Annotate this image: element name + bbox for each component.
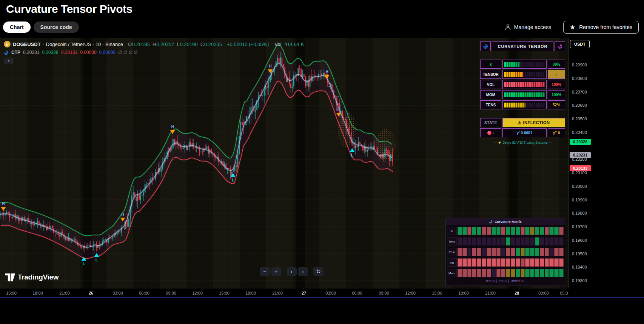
ohlc-value: 0.20207	[156, 41, 174, 47]
matrix-footer: κ:0.39 | T:0.52 | Tnsr:0.85	[446, 279, 565, 283]
tensor-metric-value: 100%	[548, 80, 565, 89]
matrix-cell	[554, 258, 559, 267]
matrix-cell	[501, 248, 505, 256]
price-axis[interactable]: USDT 0.209000.208000.207000.206000.20500…	[569, 38, 595, 296]
matrix-cell	[545, 258, 549, 267]
matrix-cell	[506, 269, 510, 277]
manage-access-button[interactable]: Manage access	[503, 24, 553, 31]
price-axis-label: 0.19300	[572, 278, 587, 283]
change-value: +0.00010 (+0.05%)	[227, 41, 269, 47]
matrix-cell	[540, 269, 544, 277]
scroll-right-button[interactable]: ›	[298, 267, 308, 276]
price-axis-label: 0.20800	[572, 76, 587, 81]
indicator-value: 0.20328	[42, 50, 58, 55]
price-axis-label: 0.19800	[572, 211, 587, 215]
tab-source-code[interactable]: Source code	[34, 21, 79, 33]
collapse-indicator-button[interactable]: ∧	[5, 58, 13, 64]
matrix-row: Tens	[447, 237, 564, 246]
matrix-cell	[496, 269, 501, 277]
time-axis-label: 18:00	[458, 291, 469, 295]
remove-from-favorites-button[interactable]: ★ Remove from favorites	[563, 21, 639, 34]
time-axis-label: 03:00	[325, 291, 336, 295]
matrix-cell	[545, 237, 549, 246]
matrix-cell	[487, 227, 491, 235]
time-axis-label: 27	[302, 291, 306, 295]
matrix-cell	[487, 248, 491, 256]
matrix-cell	[530, 248, 535, 256]
pivot-high-label: H	[171, 125, 174, 129]
time-axis-label: 21:00	[59, 291, 70, 295]
price-axis-label: 0.19900	[572, 198, 587, 202]
matrix-cell	[491, 258, 496, 267]
tensor-metric-value: 100%	[548, 90, 565, 99]
tensor-metric-row: κ39%	[480, 60, 565, 69]
matrix-cell	[511, 269, 515, 277]
second-derivative-value: y" 0	[548, 128, 565, 137]
tensor-metric-bar	[502, 80, 547, 89]
matrix-cell	[467, 237, 472, 246]
zoom-out-button[interactable]: −	[260, 267, 270, 276]
symbol-description: · Dogecoin / TetherUS · 10 · Binance	[43, 41, 123, 47]
ohlc-value: 0.20190	[180, 41, 198, 47]
symbol-legend: Ð DOGEUSDT · Dogecoin / TetherUS · 10 · …	[4, 41, 304, 48]
zoom-in-button[interactable]: +	[271, 267, 281, 276]
matrix-cell	[482, 258, 486, 267]
matrix-cell	[506, 258, 510, 267]
tabbar: Chart Source code Manage access ★ Remove…	[3, 21, 639, 34]
price-axis-label: 0.20400	[572, 130, 587, 135]
time-axis-label: 06:00	[139, 291, 149, 295]
time-axis-label: 15:00	[432, 291, 442, 295]
tensor-metric-label: MOM	[480, 90, 501, 99]
matrix-cell	[487, 258, 491, 267]
matrix-cell	[516, 227, 520, 235]
tensor-metric-value: 52%	[548, 100, 565, 109]
time-axis-label: 05:3	[560, 291, 568, 295]
first-derivative-value: y' 0.0001	[502, 128, 547, 137]
matrix-cell	[535, 269, 539, 277]
scroll-left-button[interactable]: ‹	[287, 267, 297, 276]
matrix-panel-title: Curvature Matrix	[446, 218, 565, 225]
price-axis-label: 0.19600	[572, 238, 587, 243]
matrix-cell	[530, 237, 535, 246]
matrix-row-label: Vol	[447, 258, 457, 267]
pivot-high-label: H	[337, 107, 340, 112]
tensor-metric-bar	[502, 70, 547, 79]
indicator-legend: CTP 0.202310.203280.201330.000000.00000∅…	[4, 50, 140, 55]
matrix-cell	[511, 227, 515, 235]
matrix-cell	[482, 227, 486, 235]
matrix-cell	[462, 258, 467, 267]
time-axis[interactable]: 15:0018:0021:002603:0006:0009:0012:0015:…	[0, 289, 569, 297]
dogecoin-icon: Ð	[4, 41, 11, 48]
time-axis-label: 15:00	[219, 291, 230, 295]
matrix-cell	[559, 237, 564, 246]
time-axis-label: 18:00	[245, 291, 256, 295]
spiral-icon	[489, 220, 493, 224]
pivot-high-label: H	[2, 202, 5, 206]
matrix-cell	[467, 258, 472, 267]
volume-value: 414.64 K	[284, 41, 304, 47]
matrix-cell	[549, 258, 554, 267]
matrix-row: Mom	[447, 269, 564, 277]
matrix-cell	[540, 227, 544, 235]
matrix-cell	[559, 269, 564, 277]
chart-nav-controls: −+‹›↻	[260, 267, 325, 276]
tensor-metric-value: 39%	[548, 60, 565, 69]
tensor-metric-label: κ	[480, 60, 501, 69]
ohlc-label: O	[128, 41, 132, 47]
matrix-cell	[559, 258, 564, 267]
matrix-cell	[462, 237, 467, 246]
currency-chip[interactable]: USDT	[570, 40, 590, 48]
time-axis-label: 21:00	[485, 291, 496, 295]
matrix-cell	[496, 248, 501, 256]
matrix-cell	[487, 237, 491, 246]
down-arrow-icon: ↓	[493, 131, 495, 135]
reset-chart-button[interactable]: ↻	[313, 267, 324, 276]
tradingview-watermark[interactable]: TradingView	[5, 273, 59, 281]
pivot-high-label: H	[269, 64, 271, 68]
matrix-cell	[559, 227, 564, 235]
tab-chart[interactable]: Chart	[3, 21, 31, 33]
symbol-name: DOGEUSDT	[13, 41, 41, 47]
matrix-cell	[525, 237, 530, 246]
chart-plot[interactable]: HHHHHHLLLL Ð DOGEUSDT · Dogecoin / Tethe…	[0, 38, 569, 289]
ohlc-label: L	[177, 41, 179, 47]
